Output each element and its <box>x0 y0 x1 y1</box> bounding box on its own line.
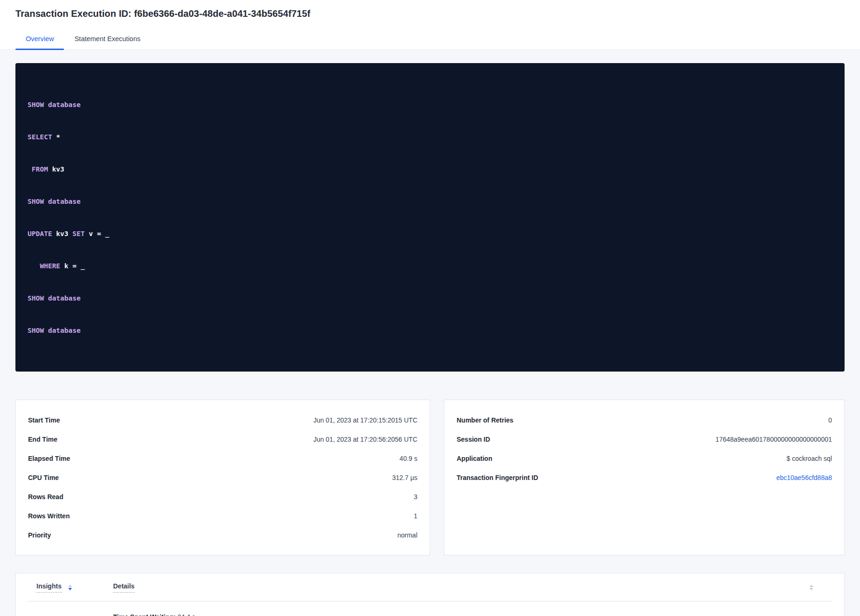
row-label: Rows Written <box>28 512 70 520</box>
row-number-of-retries: Number of Retries0 <box>457 410 832 430</box>
row-label: CPU Time <box>28 474 59 481</box>
sql-line: UPDATE kv3 SET v = _ <box>28 229 832 239</box>
row-priority: Prioritynormal <box>28 525 417 544</box>
row-value: 3 <box>414 493 417 501</box>
waiting-value: 34.4 s <box>178 613 195 616</box>
row-label: Rows Read <box>28 493 63 501</box>
row-label: Priority <box>28 531 51 539</box>
tab-statement-executions-label: Statement Executions <box>74 35 140 43</box>
sql-line: SHOW database <box>28 293 832 304</box>
tab-bar: Overview Statement Executions <box>15 30 845 50</box>
row-value: 0 <box>828 416 832 424</box>
row-application: Application$ cockroach sql <box>457 449 832 468</box>
sql-text: kv3 <box>48 165 64 173</box>
insights-table-header: Insights Details <box>28 573 832 602</box>
sql-keyword: FROM <box>28 165 48 173</box>
sql-line: SELECT * <box>28 132 832 143</box>
summary-card-session: Number of Retries0 Session ID17648a9eea6… <box>444 400 845 555</box>
sql-keyword: SHOW database <box>28 294 81 302</box>
row-value: 1 <box>414 512 417 520</box>
sql-line: SHOW database <box>28 100 832 110</box>
row-elapsed-time: Elapsed Time40.9 s <box>28 449 417 468</box>
row-label: Session ID <box>457 436 490 443</box>
row-label: Number of Retries <box>457 416 513 424</box>
sort-icon[interactable] <box>810 585 813 590</box>
sql-keyword: SELECT <box>28 133 52 141</box>
sql-line: WHERE k = _ <box>28 261 832 272</box>
row-end-time: End TimeJun 01, 2023 at 17:20:56:2056 UT… <box>28 430 417 449</box>
row-label: Application <box>457 455 492 462</box>
details-sort-header[interactable]: Details <box>113 582 135 593</box>
row-value: normal <box>397 531 417 539</box>
tab-overview[interactable]: Overview <box>15 30 64 50</box>
sql-keyword: SHOW database <box>28 327 81 334</box>
transaction-fingerprint-link[interactable]: ebc10ae56cfd88a8 <box>776 474 832 481</box>
insight-type-badge: High Contention <box>28 611 113 616</box>
summary-card-timing: Start TimeJun 01, 2023 at 17:20:15:2015 … <box>15 400 430 555</box>
insight-row: High Contention Time Spent Waiting: 34.4… <box>28 602 832 616</box>
row-cpu-time: CPU Time312.7 µs <box>28 468 417 487</box>
sql-text: k = _ <box>60 262 85 270</box>
row-transaction-fingerprint-id: Transaction Fingerprint IDebc10ae56cfd88… <box>457 468 832 487</box>
row-label: Transaction Fingerprint ID <box>457 474 538 481</box>
page-header: Transaction Execution ID: f6be6366-da03-… <box>0 0 860 50</box>
row-start-time: Start TimeJun 01, 2023 at 17:20:15:2015 … <box>28 410 417 430</box>
row-rows-written: Rows Written1 <box>28 506 417 525</box>
sql-keyword: WHERE <box>28 262 60 270</box>
sql-keyword: SHOW database <box>28 198 81 205</box>
sql-text: * <box>52 133 60 141</box>
row-value: Jun 01, 2023 at 17:20:15:2015 UTC <box>313 416 417 424</box>
page-title: Transaction Execution ID: f6be6366-da03-… <box>15 8 845 19</box>
sql-text: kv3 <box>52 230 68 237</box>
row-rows-read: Rows Read3 <box>28 487 417 506</box>
tab-overview-label: Overview <box>26 35 54 43</box>
sql-statements-box: SHOW database SELECT * FROM kv3 SHOW dat… <box>15 63 845 372</box>
row-label: Elapsed Time <box>28 455 70 462</box>
sql-text: v = _ <box>85 230 109 237</box>
tab-statement-executions[interactable]: Statement Executions <box>64 30 150 50</box>
sql-keyword: UPDATE <box>28 230 52 237</box>
insights-column-header: Insights <box>28 582 113 593</box>
sql-keyword: SHOW database <box>28 101 81 108</box>
row-value: 40.9 s <box>400 455 417 462</box>
row-label: Start Time <box>28 416 60 424</box>
insights-table: Insights Details High Contention Time Sp… <box>15 573 845 616</box>
row-value: Jun 01, 2023 at 17:20:56:2056 UTC <box>313 436 417 443</box>
insight-waiting-line: Time Spent Waiting: 34.4 s <box>113 611 832 616</box>
details-column-header: Details <box>113 582 810 593</box>
row-session-id: Session ID17648a9eea60178000000000000000… <box>457 430 832 449</box>
row-label: End Time <box>28 436 57 443</box>
sql-keyword: SET <box>68 230 85 237</box>
sql-line: SHOW database <box>28 196 832 207</box>
sql-line: SHOW database <box>28 325 832 336</box>
sql-line: FROM kv3 <box>28 164 832 175</box>
row-value: 17648a9eea6017800000000000000001 <box>716 436 832 443</box>
waiting-label: Time Spent Waiting: <box>113 613 176 616</box>
row-value: $ cockroach sql <box>787 455 832 462</box>
row-value: 312.7 µs <box>392 474 417 481</box>
sort-icon[interactable] <box>68 585 72 590</box>
summary-cards-row: Start TimeJun 01, 2023 at 17:20:15:2015 … <box>15 400 845 555</box>
main-content: SHOW database SELECT * FROM kv3 SHOW dat… <box>0 50 860 616</box>
insight-details: Time Spent Waiting: 34.4 s Description: … <box>113 611 832 616</box>
insights-sort-header[interactable]: Insights <box>36 582 62 593</box>
